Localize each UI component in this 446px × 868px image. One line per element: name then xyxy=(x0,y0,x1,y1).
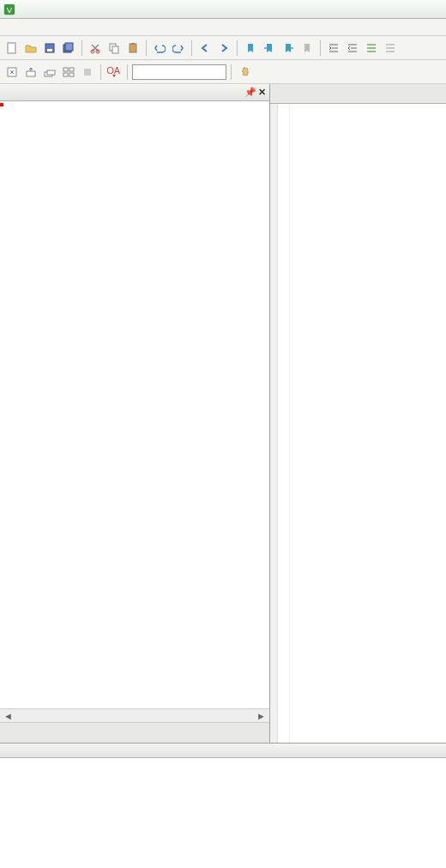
save-all-button[interactable] xyxy=(60,39,77,57)
translate-button[interactable] xyxy=(3,64,21,81)
separator xyxy=(191,40,192,56)
build-output[interactable] xyxy=(0,758,446,868)
editor-column xyxy=(270,84,446,743)
build-output-header xyxy=(0,743,446,758)
fold-gutter[interactable] xyxy=(278,104,290,743)
line-gutter xyxy=(270,104,278,743)
svg-rect-6 xyxy=(65,43,73,51)
indent-button[interactable] xyxy=(325,39,342,57)
bookmark-next-button[interactable] xyxy=(280,39,297,57)
svg-rect-11 xyxy=(130,44,136,52)
comment-button[interactable] xyxy=(363,39,380,57)
undo-button[interactable] xyxy=(151,39,168,57)
build-button[interactable] xyxy=(22,64,39,81)
code-content[interactable] xyxy=(290,104,446,743)
nav-fwd-button[interactable] xyxy=(215,39,232,57)
bookmark-clear-button[interactable] xyxy=(298,39,316,57)
svg-rect-20 xyxy=(69,73,74,76)
download-button[interactable]: LOAD xyxy=(105,64,123,81)
outdent-button[interactable] xyxy=(344,39,361,57)
app-icon: V xyxy=(3,3,15,15)
separator xyxy=(127,64,128,80)
separator xyxy=(237,40,238,56)
cut-button[interactable] xyxy=(87,39,104,57)
svg-text:V: V xyxy=(7,4,13,14)
rebuild-button[interactable] xyxy=(41,64,58,81)
save-button[interactable] xyxy=(41,39,58,57)
svg-rect-10 xyxy=(112,46,118,53)
nav-back-button[interactable] xyxy=(196,39,214,57)
redo-button[interactable] xyxy=(170,39,187,57)
svg-rect-17 xyxy=(63,68,68,71)
bookmark-button[interactable] xyxy=(242,39,259,57)
code-editor[interactable] xyxy=(270,103,446,743)
svg-rect-16 xyxy=(47,70,55,75)
toolbar-build: LOAD xyxy=(0,60,446,84)
uncomment-button[interactable] xyxy=(382,39,399,57)
paste-button[interactable] xyxy=(124,39,142,57)
horizontal-scrollbar[interactable]: ◄ ► xyxy=(0,708,269,722)
stop-build-button[interactable] xyxy=(79,64,96,81)
new-button[interactable] xyxy=(3,39,21,57)
separator xyxy=(81,40,82,56)
main-split: 📌 ✕ ◄ ► xyxy=(0,84,446,743)
target-select[interactable] xyxy=(132,64,226,80)
bookmark-prev-button[interactable] xyxy=(261,39,278,57)
separator xyxy=(146,40,147,56)
file-tabs xyxy=(270,84,446,103)
svg-rect-12 xyxy=(131,43,135,45)
separator xyxy=(100,64,101,80)
svg-rect-19 xyxy=(63,73,68,76)
open-button[interactable] xyxy=(22,39,39,57)
highlight-box xyxy=(0,103,3,106)
svg-rect-4 xyxy=(47,49,52,52)
svg-text:LOAD: LOAD xyxy=(107,66,121,76)
pin-icon[interactable]: 📌 xyxy=(244,87,256,98)
separator xyxy=(320,40,321,56)
project-tree[interactable] xyxy=(0,101,269,708)
svg-rect-18 xyxy=(69,68,74,71)
project-panel: 📌 ✕ ◄ ► xyxy=(0,84,270,743)
batch-build-button[interactable] xyxy=(60,64,77,81)
titlebar: V xyxy=(0,0,446,19)
project-panel-header: 📌 ✕ xyxy=(0,84,269,101)
svg-rect-21 xyxy=(84,69,91,76)
svg-rect-14 xyxy=(27,71,35,76)
close-icon[interactable]: ✕ xyxy=(258,87,266,98)
project-panel-tabs xyxy=(0,722,269,743)
svg-rect-2 xyxy=(8,43,15,53)
separator xyxy=(231,64,232,80)
toolbar-standard xyxy=(0,36,446,60)
copy-button[interactable] xyxy=(105,39,123,57)
panel-buttons: 📌 ✕ xyxy=(244,87,266,98)
options-button[interactable] xyxy=(236,64,253,81)
menubar xyxy=(0,19,446,36)
